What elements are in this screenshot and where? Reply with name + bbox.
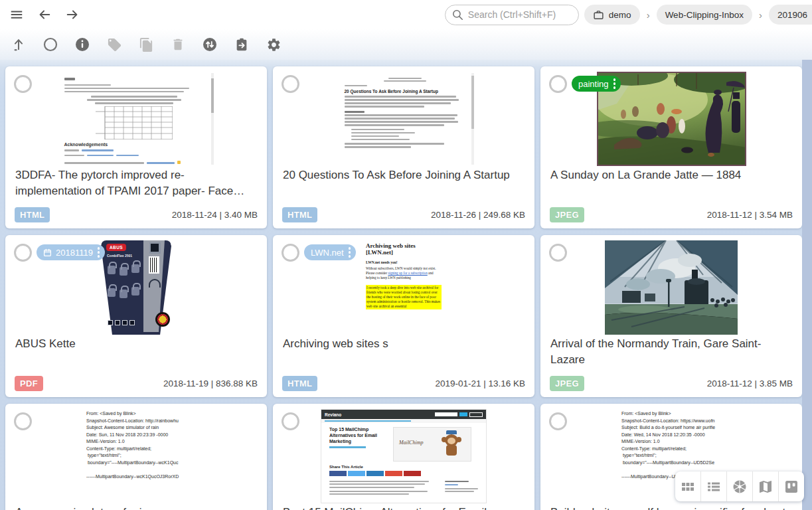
abus-logo: ABUS [106, 244, 126, 251]
card-meta: 2018-11-24 | 3.40 MB [172, 210, 258, 220]
search-input[interactable] [445, 5, 579, 25]
mime-header-text: From: <Saved by Blink> Snapshot-Content-… [621, 410, 741, 480]
card-grande-jatte[interactable]: painting A Sunday on La Grande Jatte — 1… [540, 66, 802, 228]
tag-menu-icon[interactable] [348, 246, 352, 259]
card-archiving-web-sites[interactable]: Archiving web sites [LWN.net] LWN.net ne… [273, 235, 534, 397]
card-title: Arrival of the Normandy Train, Gare Sain… [550, 336, 792, 368]
tag-20181119[interactable]: 20181119 [37, 244, 105, 260]
map-view-button[interactable] [752, 471, 778, 501]
card-3ddfa[interactable]: Acknowledgements 3DDFA- The pytorch impr… [5, 66, 267, 228]
filetype-badge: HTML [282, 376, 317, 391]
barcode [149, 256, 159, 274]
info-icon[interactable] [74, 37, 90, 52]
tag-menu-icon[interactable] [613, 77, 617, 90]
highlighted-paragraph: I recently took a deep dive into web sit… [366, 285, 442, 309]
back-arrow-icon[interactable] [36, 6, 53, 23]
card-abus-kette[interactable]: ABUS CombiFlex 2501 20181119 ABUS Kette … [5, 235, 267, 397]
tag-menu-icon[interactable] [97, 246, 101, 259]
card-meta: 2018-11-12 | 3.85 MB [707, 379, 793, 388]
tag-lwn-net[interactable]: LWN.net [304, 244, 356, 260]
abus-seal [155, 312, 170, 327]
card-rain-simulator[interactable]: From: <Saved by Blink> Snapshot-Content-… [5, 404, 267, 510]
qr-code [149, 242, 161, 254]
settings-gear-icon[interactable] [266, 37, 282, 52]
grid-view-button[interactable] [675, 471, 700, 501]
thumb-heading: 20 Questions To Ask Before Joining A Sta… [345, 89, 466, 94]
sort-direction-icon[interactable] [202, 37, 218, 52]
thumbnail-mime-snapshot: From: <Saved by Blink> Snapshot-Content-… [5, 409, 267, 503]
briefcase-icon [593, 9, 604, 21]
forward-arrow-icon[interactable] [64, 6, 81, 23]
card-title: ABUS Kette [15, 336, 257, 352]
workspace-pill[interactable]: demo [584, 5, 640, 25]
card-title: Awesome simulator of rain [15, 505, 257, 510]
thumbnail-20-questions: 20 Questions To Ask Before Joining A Sta… [273, 72, 534, 166]
card-title: A Sunday on La Grande Jatte — 1884 [550, 167, 792, 183]
card-title: Archiving web sites s [283, 336, 525, 352]
card-title: 3DDFA- The pytorch improved re-implement… [15, 167, 257, 199]
card-meta: 2019-01-21 | 13.16 KB [435, 379, 525, 388]
select-circle-icon[interactable] [42, 37, 58, 52]
card-meta: 2018-11-26 | 249.68 KB [431, 210, 525, 220]
breadcrumb-separator: › [645, 9, 651, 21]
note-grid: Acknowledgements 3DDFA- The pytorch impr… [0, 60, 812, 510]
page-scrollbar[interactable] [802, 60, 812, 510]
card-title: 20 Questions To Ask Before Joining A Sta… [283, 167, 525, 183]
card-checkbox[interactable] [14, 244, 32, 262]
card-title: Build a do-it-yourself home air purifier… [550, 505, 792, 510]
workspace-label: demo [609, 10, 631, 20]
tag-painting[interactable]: painting [572, 76, 621, 92]
breadcrumb-web-clipping-inbox[interactable]: Web-Clipping-Inbox [657, 5, 752, 25]
card-checkbox[interactable] [282, 244, 299, 262]
card-normandy-train[interactable]: Arrival of the Normandy Train, Gare Sain… [540, 235, 802, 397]
filetype-badge: JPEG [550, 207, 584, 222]
filetype-badge: HTML [282, 207, 317, 222]
list-view-button[interactable] [700, 471, 726, 501]
tag-icon[interactable] [106, 37, 122, 52]
filetype-badge: JPEG [550, 376, 584, 391]
mime-header-text: From: <Saved by Blink> Snapshot-Content-… [86, 410, 206, 480]
thumbnail-reviano-site: Reviano Top 15 MailChimp Alternatives fo… [273, 409, 534, 503]
thumb-scrollbar [471, 73, 474, 165]
card-checkbox[interactable] [14, 412, 32, 430]
action-toolbar [0, 29, 812, 60]
search-box [445, 5, 579, 25]
menu-icon[interactable] [8, 6, 25, 23]
calendar-icon [43, 248, 52, 257]
card-20-questions[interactable]: 20 Questions To Ask Before Joining A Sta… [273, 66, 534, 228]
mailchimp-hero-image: MailChimp [393, 427, 471, 462]
card-checkbox[interactable] [282, 412, 299, 430]
breadcrumb-separator: › [758, 9, 764, 21]
card-meta: 2018-11-12 | 3.54 MB [707, 210, 793, 220]
filetype-badge: HTML [15, 207, 50, 222]
card-checkbox[interactable] [549, 244, 567, 262]
thumb-scrollbar [211, 73, 214, 165]
card-title: Best 15 MailChimp Alternatives for Email… [283, 505, 525, 510]
card-checkbox[interactable] [14, 75, 32, 93]
card-meta: 2018-11-19 | 836.88 KB [163, 379, 258, 388]
app-header: demo › Web-Clipping-Inbox › 201906 [0, 0, 812, 60]
share-buttons [321, 469, 486, 476]
thumbnail-3ddfa: Acknowledgements [5, 72, 267, 166]
card-checkbox[interactable] [282, 75, 299, 93]
thumb-subheading: Acknowledgements [64, 142, 204, 147]
paste-move-icon[interactable] [234, 37, 250, 52]
photo-view-button[interactable] [726, 471, 752, 501]
export-up-icon[interactable] [11, 37, 27, 52]
mailchimp-monkey [442, 430, 461, 457]
card-checkbox[interactable] [549, 412, 567, 430]
card-checkbox[interactable] [549, 75, 567, 93]
site-logo: Reviano [325, 412, 341, 417]
card-mailchimp-alternatives[interactable]: Reviano Top 15 MailChimp Alternatives fo… [273, 404, 534, 510]
filetype-badge: PDF [15, 376, 43, 391]
view-switcher [675, 471, 804, 501]
delete-icon[interactable] [170, 37, 186, 52]
board-view-button[interactable] [778, 471, 804, 501]
duplicate-icon[interactable] [138, 37, 154, 52]
thumb-link: signing up for a subscription [388, 271, 427, 275]
search-icon [451, 9, 464, 21]
breadcrumb-201906[interactable]: 201906 [769, 5, 812, 25]
thumbnail-normandy-train-painting [540, 240, 802, 335]
